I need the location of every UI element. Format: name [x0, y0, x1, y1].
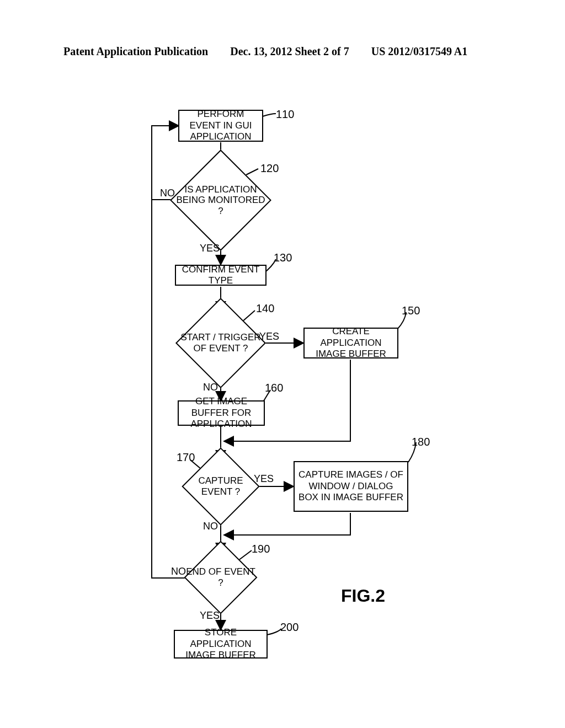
- node-150-create-buffer: CREATE APPLICATION IMAGE BUFFER: [303, 328, 398, 358]
- node-170-capture-event: CAPTURE EVENT ?: [193, 459, 248, 514]
- node-120-text: IS APPLICATION BEING MONITORED ?: [175, 164, 266, 236]
- ref-130: 130: [274, 251, 292, 264]
- node-200-store-buffer: STORE APPLICATION IMAGE BUFFER: [174, 630, 268, 659]
- ref-200: 200: [280, 621, 299, 634]
- ref-160: 160: [265, 382, 283, 394]
- label-120-yes: YES: [200, 243, 220, 254]
- label-120-no: NO: [160, 188, 175, 199]
- node-140-text: START / TRIGGER OF EVENT ?: [179, 311, 263, 375]
- label-190-yes: YES: [200, 610, 220, 622]
- node-130-confirm-event-type: CONFIRM EVENT TYPE: [175, 265, 266, 286]
- node-160-get-buffer: GET IMAGE BUFFER FOR APPLICATION: [178, 400, 265, 426]
- node-120-is-app-monitored: IS APPLICATION BEING MONITORED ?: [185, 164, 257, 236]
- label-170-yes: YES: [254, 473, 274, 485]
- node-190-text: END OF EVENT ?: [185, 552, 257, 603]
- label-140-yes: YES: [259, 331, 279, 342]
- node-190-end-of-event: END OF EVENT ?: [195, 552, 247, 603]
- ref-150: 150: [402, 304, 420, 317]
- ref-190: 190: [252, 543, 270, 555]
- label-190-no: NO: [171, 566, 186, 577]
- ref-120: 120: [260, 162, 279, 175]
- node-170-text: CAPTURE EVENT ?: [183, 459, 258, 514]
- ref-170: 170: [177, 451, 195, 464]
- label-140-no: NO: [203, 382, 218, 393]
- node-180-capture-images: CAPTURE IMAGES / OF WINDOW / DIALOG BOX …: [294, 461, 408, 512]
- node-110-perform-event: PERFORM EVENT IN GUI APPLICATION: [178, 110, 263, 142]
- figure-label: FIG.2: [341, 586, 385, 606]
- ref-140: 140: [256, 302, 274, 315]
- node-140-start-trigger: START / TRIGGER OF EVENT ?: [189, 311, 253, 375]
- page: Patent Application Publication Dec. 13, …: [0, 0, 565, 728]
- ref-180: 180: [412, 436, 430, 448]
- label-170-no: NO: [203, 521, 218, 532]
- ref-110: 110: [276, 108, 294, 121]
